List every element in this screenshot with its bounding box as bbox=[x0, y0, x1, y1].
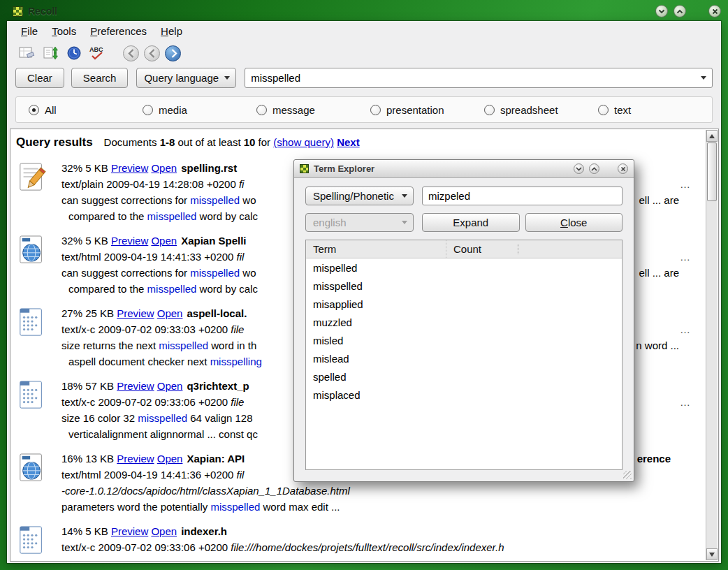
close-dialog-button[interactable]: Close bbox=[525, 213, 623, 232]
filter-text[interactable]: text bbox=[598, 104, 712, 116]
expand-button[interactable]: Expand bbox=[422, 213, 520, 232]
resize-grip[interactable] bbox=[623, 471, 632, 479]
term-column-header[interactable]: Term bbox=[306, 243, 446, 255]
term-table-row[interactable]: misapplied bbox=[306, 295, 622, 313]
text: Documents bbox=[104, 136, 160, 148]
text: fi bbox=[239, 178, 245, 190]
term-table-row[interactable]: misplaced bbox=[306, 386, 622, 404]
search-entry-combo[interactable] bbox=[245, 68, 713, 88]
filter-all[interactable]: All bbox=[29, 104, 143, 116]
ellipsis: … bbox=[680, 321, 690, 337]
shade-button[interactable] bbox=[655, 5, 668, 17]
term-input[interactable] bbox=[422, 187, 623, 205]
term-explorer-dialog: Term Explorer Spelling/Phonetic bbox=[293, 159, 634, 482]
preview-link[interactable]: Preview bbox=[117, 307, 154, 319]
count-column-header[interactable]: Count bbox=[446, 240, 622, 258]
count-cell bbox=[446, 258, 622, 277]
open-link[interactable]: Open bbox=[151, 525, 177, 537]
term-table-row[interactable]: misspelled bbox=[306, 277, 622, 295]
filter-label: media bbox=[159, 104, 187, 116]
term-table-row[interactable]: misled bbox=[306, 331, 622, 349]
toolbar: ABC bbox=[7, 41, 721, 66]
dialog-controls bbox=[574, 163, 628, 174]
result-url-continuation: -core-1.0.12/docs/apidoc/html/classXapia… bbox=[61, 483, 701, 499]
open-link[interactable]: Open bbox=[157, 453, 183, 465]
triangle-down-icon bbox=[709, 553, 715, 557]
preview-link[interactable]: Preview bbox=[111, 525, 148, 537]
term-table: Term Count mispelledmisspelledmisapplied… bbox=[305, 240, 623, 470]
filter-spreadsheet[interactable]: spreadsheet bbox=[484, 104, 598, 116]
result-title: q3richtext_p bbox=[187, 380, 249, 392]
open-link[interactable]: Open bbox=[157, 380, 183, 392]
chevron-down-icon bbox=[576, 167, 582, 171]
count-cell bbox=[446, 367, 622, 386]
doc-history-icon[interactable] bbox=[64, 43, 84, 63]
filter-label: presentation bbox=[386, 104, 444, 116]
preview-link[interactable]: Preview bbox=[111, 235, 148, 247]
clear-button[interactable]: Clear bbox=[15, 68, 64, 88]
menu-tools[interactable]: Tools bbox=[45, 23, 83, 39]
scroll-thumb[interactable] bbox=[707, 142, 717, 201]
term-table-header: Term Count bbox=[306, 240, 622, 258]
menu-file[interactable]: File bbox=[14, 23, 45, 39]
menu-help[interactable]: Help bbox=[154, 23, 189, 39]
text: text/html 2009-04-19 14:41:36 +0200 bbox=[61, 469, 237, 481]
dialog-maximize-button[interactable] bbox=[589, 163, 599, 174]
scroll-down-button[interactable] bbox=[706, 548, 718, 560]
chevron-down-icon[interactable] bbox=[701, 76, 706, 80]
window-title: Recoll bbox=[28, 6, 57, 17]
open-link[interactable]: Open bbox=[151, 235, 177, 247]
previous-page-icon[interactable] bbox=[144, 45, 160, 61]
menu-preferences[interactable]: Preferences bbox=[83, 23, 154, 39]
window-titlebar[interactable]: Recoll bbox=[7, 1, 721, 21]
term-explorer-icon[interactable]: ABC bbox=[88, 43, 108, 63]
recoll-app-icon bbox=[300, 164, 309, 173]
results-scrollbar[interactable] bbox=[706, 130, 718, 560]
first-page-icon[interactable] bbox=[123, 45, 139, 61]
term-cell: mispelled bbox=[306, 262, 446, 274]
recoll-window: File Tools Preferences Help bbox=[7, 21, 721, 563]
dialog-close-button[interactable] bbox=[618, 163, 628, 174]
text: fil bbox=[237, 469, 245, 481]
filter-message[interactable]: message bbox=[256, 104, 370, 116]
text: for bbox=[255, 136, 273, 148]
scroll-up-button[interactable] bbox=[706, 130, 718, 142]
text: file:///home/dockes/projets/fulltext/rec… bbox=[231, 541, 504, 553]
text: size 16 color 32 bbox=[61, 412, 138, 424]
clear-search-icon[interactable] bbox=[17, 43, 36, 63]
close-window-button[interactable] bbox=[708, 5, 721, 17]
result-meta: text/x-c 2009-07-02 09:33:06 +0200 file:… bbox=[61, 539, 701, 555]
close-icon bbox=[712, 8, 718, 15]
search-input[interactable] bbox=[245, 72, 695, 84]
radio-icon bbox=[598, 105, 609, 115]
result-headline: 14% 5 KB Preview Openindexer.h bbox=[61, 523, 701, 539]
preview-link[interactable]: Preview bbox=[117, 380, 154, 392]
filter-presentation[interactable]: presentation bbox=[370, 104, 484, 116]
expansion-mode-select[interactable]: Spelling/Phonetic bbox=[305, 187, 414, 205]
open-link[interactable]: Open bbox=[151, 162, 177, 174]
dialog-shade-button[interactable] bbox=[574, 163, 584, 174]
term-table-row[interactable]: mislead bbox=[306, 349, 622, 367]
search-button[interactable]: Search bbox=[71, 68, 129, 88]
text: text/x-c 2009-07-02 09:33:06 +0200 bbox=[61, 541, 231, 553]
radio-icon bbox=[29, 105, 39, 115]
query-language-label: Query language bbox=[144, 72, 219, 84]
term-table-row[interactable]: muzzled bbox=[306, 313, 622, 331]
next-page-link[interactable]: Next bbox=[337, 136, 360, 148]
dialog-titlebar[interactable]: Term Explorer bbox=[294, 160, 634, 178]
count-cell bbox=[446, 349, 622, 367]
query-language-select[interactable]: Query language bbox=[136, 68, 236, 88]
preview-link[interactable]: Preview bbox=[117, 453, 154, 465]
preview-link[interactable]: Preview bbox=[111, 162, 148, 174]
result-title-fragment: erence bbox=[637, 451, 671, 467]
filter-media[interactable]: media bbox=[143, 104, 256, 116]
term-table-row[interactable]: mispelled bbox=[306, 258, 622, 277]
maximize-button[interactable] bbox=[674, 5, 686, 17]
show-query-link[interactable]: (show query) bbox=[273, 136, 334, 148]
next-page-icon[interactable] bbox=[165, 45, 181, 61]
term-table-row[interactable]: spelled bbox=[306, 367, 622, 386]
text: size returns the next bbox=[61, 339, 159, 351]
count-cell bbox=[446, 277, 622, 295]
update-index-icon[interactable] bbox=[41, 43, 60, 63]
open-link[interactable]: Open bbox=[157, 307, 183, 319]
